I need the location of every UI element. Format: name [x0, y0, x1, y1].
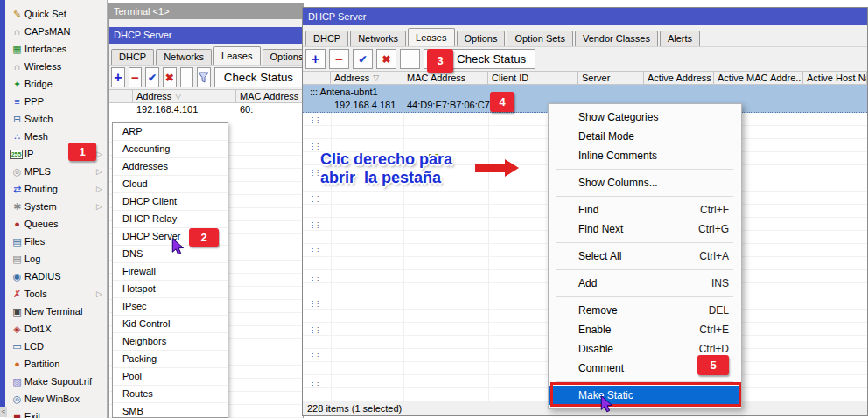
submenu-item-accounting[interactable]: Accounting: [113, 141, 228, 158]
submenu-item-addresses[interactable]: Addresses: [113, 158, 228, 176]
submenu-item-routes[interactable]: Routes: [113, 386, 228, 403]
filter-button[interactable]: [197, 67, 211, 87]
terminal-titlebar[interactable]: Terminal <1>: [108, 3, 303, 19]
column-header-mac-address[interactable]: MAC Address: [403, 72, 488, 84]
sort-descending-icon: ▽: [175, 90, 181, 102]
menu-item-enable[interactable]: EnableCtrl+E: [549, 320, 741, 339]
check-status-button[interactable]: Check Status: [214, 67, 303, 87]
sidebar-item-mpls[interactable]: ◎MPLS▷: [5, 163, 107, 180]
submenu-item-cloud[interactable]: Cloud: [113, 176, 228, 193]
tab-option-sets[interactable]: Option Sets: [507, 31, 572, 46]
column-header-active-mac-addre[interactable]: Active MAC Addre...: [714, 72, 803, 84]
bg-dhcp-titlebar[interactable]: DHCP Server: [108, 27, 303, 44]
bg-tab-leases[interactable]: Leases: [214, 46, 260, 65]
enable-button[interactable]: ✔: [353, 49, 373, 69]
submenu-item-pool[interactable]: Pool: [113, 368, 228, 386]
submenu-item-dhcp-client[interactable]: DHCP Client: [113, 193, 228, 211]
column-header-selector[interactable]: [303, 72, 331, 84]
remove-button[interactable]: −: [129, 67, 143, 87]
sidebar: ✎Quick Set∩CAPsMAN▦Interfaces∩Wireless✦B…: [5, 0, 108, 418]
column-header-address[interactable]: Address▽: [331, 72, 403, 84]
tab-vendor-classes[interactable]: Vendor Classes: [575, 31, 658, 46]
wireless-icon: ∩: [10, 60, 24, 73]
tab-dhcp[interactable]: DHCP: [305, 31, 348, 46]
submenu-item-dns[interactable]: DNS: [113, 246, 228, 263]
dhcp-titlebar[interactable]: DHCP Server: [303, 8, 867, 25]
column-header-mac-address[interactable]: MAC Address: [236, 90, 303, 102]
sidebar-item-dot1x[interactable]: ◈Dot1X: [5, 320, 107, 338]
sidebar-item-files[interactable]: ▤Files: [5, 233, 107, 250]
remove-button[interactable]: −: [329, 49, 349, 69]
disable-button[interactable]: ✖: [163, 67, 177, 87]
sidebar-item-log[interactable]: ▤Log: [5, 250, 107, 268]
sidebar-item-lcd[interactable]: ▭LCD: [5, 338, 107, 355]
column-header-server[interactable]: Server: [578, 72, 644, 84]
bg-lease-row[interactable]: 192.168.4.101 60:: [108, 103, 303, 116]
tab-leases[interactable]: Leases: [408, 28, 454, 46]
disable-button[interactable]: ✖: [376, 49, 396, 69]
sidebar-item-new-winbox[interactable]: ◎New WinBox: [5, 390, 107, 408]
column-header-active-host-na[interactable]: Active Host Na: [803, 72, 867, 84]
add-button[interactable]: +: [305, 49, 326, 69]
sidebar-item-make-supout-rif[interactable]: ▨Make Supout.rif: [5, 373, 107, 390]
interfaces-icon: ▦: [10, 43, 24, 55]
submenu-item-arp[interactable]: ARP: [113, 123, 228, 141]
sidebar-item-label: Tools: [24, 289, 47, 299]
bg-tab-dhcp[interactable]: DHCP: [111, 49, 154, 65]
sidebar-menu: ✎Quick Set∩CAPsMAN▦Interfaces∩Wireless✦B…: [5, 5, 107, 418]
submenu-item-hotspot[interactable]: Hotspot: [113, 281, 228, 298]
submenu-item-packing[interactable]: Packing: [113, 351, 228, 368]
lease-comment-row[interactable]: ::: Antena-ubnt1: [303, 85, 867, 99]
submenu-item-ipsec[interactable]: IPsec: [113, 298, 228, 316]
column-header-client-id[interactable]: Client ID: [488, 72, 578, 84]
column-header-selector[interactable]: [108, 90, 133, 102]
sidebar-item-quick-set[interactable]: ✎Quick Set: [5, 5, 107, 23]
check-status-button[interactable]: Check Status: [447, 49, 536, 69]
comment-button[interactable]: [400, 49, 420, 69]
scroll-left-button[interactable]: <: [0, 407, 7, 417]
tab-options[interactable]: Options: [457, 31, 506, 46]
comment-button[interactable]: [180, 67, 194, 87]
menu-item-find[interactable]: FindCtrl+F: [549, 200, 741, 219]
sidebar-item-partition[interactable]: ●Partition: [5, 355, 107, 373]
sidebar-item-label: New Terminal: [24, 306, 82, 317]
sidebar-item-exit[interactable]: ◼Exit: [5, 408, 107, 418]
annotation-note: Clic derecho paraabrir la pestaña: [320, 150, 452, 187]
sidebar-item-switch[interactable]: ⊟Switch: [5, 110, 107, 128]
menu-item-show-categories[interactable]: Show Categories: [549, 108, 741, 127]
sidebar-item-interfaces[interactable]: ▦Interfaces: [5, 40, 107, 58]
menu-item-find-next[interactable]: Find NextCtrl+G: [549, 219, 741, 239]
annotation-highlight-box: [550, 382, 741, 407]
submenu-item-smb[interactable]: SMB: [113, 403, 228, 418]
sidebar-item-wireless[interactable]: ∩Wireless: [5, 58, 107, 75]
dot1x-icon: ◈: [10, 323, 24, 335]
comment-marker: ⋮⋮: [309, 274, 319, 282]
bg-tab-networks[interactable]: Networks: [156, 49, 212, 65]
menu-item-remove[interactable]: RemoveDEL: [549, 301, 741, 320]
menu-item-add[interactable]: AddINS: [549, 274, 741, 293]
sidebar-item-system[interactable]: ✱System▷: [5, 198, 107, 215]
sidebar-item-bridge[interactable]: ✦Bridge: [5, 75, 107, 93]
enable-button[interactable]: ✔: [145, 67, 159, 87]
tab-alerts[interactable]: Alerts: [660, 31, 700, 46]
column-header-active-address[interactable]: Active Address: [644, 72, 714, 84]
sidebar-item-tools[interactable]: ✗Tools▷: [5, 285, 107, 303]
sidebar-item-capsman[interactable]: ∩CAPsMAN: [5, 23, 107, 40]
menu-item-show-columns[interactable]: Show Columns...: [549, 173, 741, 192]
sidebar-item-label: Mesh: [24, 131, 48, 142]
sidebar-item-radius[interactable]: ◉RADIUS: [5, 268, 107, 285]
submenu-item-neighbors[interactable]: Neighbors: [113, 333, 228, 351]
menu-item-inline-comments[interactable]: Inline Comments: [549, 146, 741, 165]
submenu-item-dhcp-relay[interactable]: DHCP Relay: [113, 211, 228, 228]
sidebar-item-queues[interactable]: ●Queues: [5, 215, 107, 233]
add-button[interactable]: +: [111, 67, 125, 87]
sidebar-item-routing[interactable]: ⇄Routing▷: [5, 180, 107, 198]
submenu-item-firewall[interactable]: Firewall: [113, 263, 228, 281]
submenu-item-kid-control[interactable]: Kid Control: [113, 316, 228, 333]
menu-item-select-all[interactable]: Select AllCtrl+A: [549, 247, 741, 266]
column-header-address[interactable]: Address▽: [133, 90, 236, 102]
sidebar-item-ppp[interactable]: ≡PPP: [5, 93, 107, 110]
sidebar-item-new-terminal[interactable]: ▣New Terminal: [5, 303, 107, 320]
tab-networks[interactable]: Networks: [350, 31, 406, 46]
menu-item-detail-mode[interactable]: Detail Mode: [549, 127, 741, 146]
